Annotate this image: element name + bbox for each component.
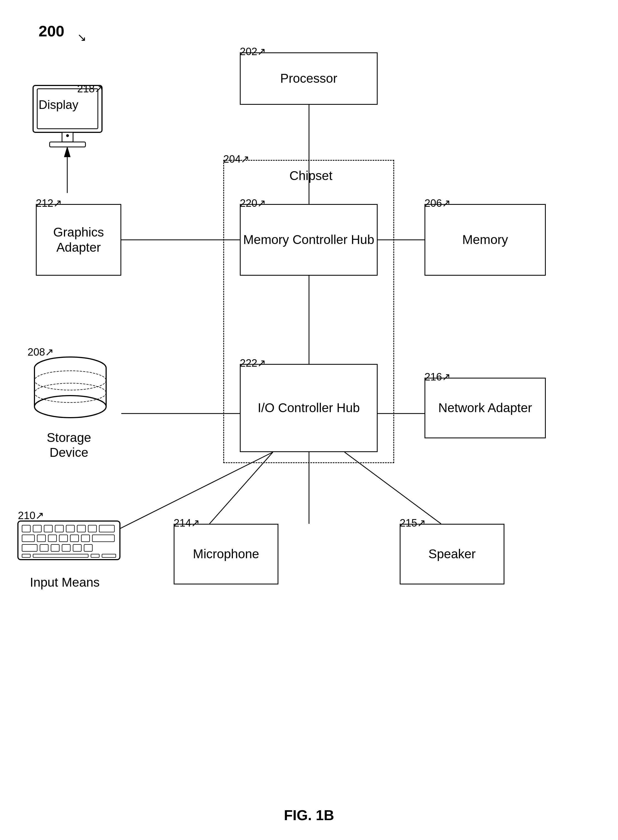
svg-rect-31 — [88, 525, 97, 532]
network-adapter-box: Network Adapter — [425, 378, 546, 438]
svg-rect-29 — [66, 525, 74, 532]
storage-device-label: StorageDevice — [26, 430, 111, 460]
memory-box: Memory — [425, 204, 546, 276]
memory-ref: 206↗ — [425, 197, 451, 209]
display-ref: 218↗ — [77, 83, 103, 95]
graphics-adapter-label: Graphics Adapter — [37, 224, 120, 255]
svg-rect-27 — [44, 525, 52, 532]
graphics-adapter-box: Graphics Adapter — [36, 204, 121, 276]
input-means-label: Input Means — [26, 575, 103, 590]
svg-rect-26 — [33, 525, 42, 532]
svg-rect-14 — [62, 132, 73, 142]
keyboard-icon — [16, 516, 121, 571]
svg-rect-48 — [91, 554, 99, 558]
memory-controller-hub-label: Memory Controller Hub — [243, 232, 374, 247]
svg-rect-28 — [55, 525, 63, 532]
svg-rect-15 — [50, 142, 85, 147]
svg-rect-44 — [73, 544, 81, 552]
svg-rect-47 — [33, 554, 88, 558]
memory-label: Memory — [462, 232, 508, 247]
processor-ref: 202↗ — [240, 46, 266, 58]
svg-rect-49 — [102, 554, 116, 558]
diagram-number-arrow: ↘ — [77, 31, 86, 43]
diagram-container: 200 ↘ Processor 202↗ 204↗ Chipset Memory… — [0, 0, 618, 840]
microphone-ref: 214↗ — [174, 517, 200, 529]
svg-rect-33 — [22, 535, 34, 542]
svg-rect-32 — [99, 525, 114, 532]
memory-controller-hub-box: Memory Controller Hub — [240, 204, 377, 276]
svg-rect-39 — [92, 535, 114, 542]
figure-label: FIG. 1B — [284, 807, 334, 824]
svg-point-16 — [66, 134, 69, 137]
chipset-ref: 204↗ — [223, 153, 250, 165]
svg-point-21 — [34, 395, 106, 418]
svg-rect-45 — [84, 544, 92, 552]
microphone-label: Microphone — [193, 546, 259, 562]
svg-rect-30 — [77, 525, 85, 532]
input-means-ref: 210↗ — [18, 510, 44, 522]
svg-rect-43 — [62, 544, 70, 552]
network-adapter-label: Network Adapter — [438, 400, 532, 415]
diagram-number: 200 — [39, 22, 64, 40]
microphone-box: Microphone — [174, 524, 278, 584]
svg-rect-38 — [81, 535, 89, 542]
svg-rect-42 — [51, 544, 59, 552]
svg-rect-36 — [59, 535, 68, 542]
chipset-label: Chipset — [290, 168, 333, 183]
speaker-ref: 215↗ — [400, 517, 426, 529]
speaker-box: Speaker — [400, 524, 504, 584]
graphics-adapter-ref: 212↗ — [36, 197, 62, 209]
svg-rect-41 — [40, 544, 48, 552]
storage-device-ref: 208↗ — [28, 346, 54, 358]
io-controller-hub-box: I/O Controller Hub — [240, 364, 377, 452]
display-label-text: Display — [39, 98, 72, 112]
svg-rect-40 — [22, 544, 37, 552]
svg-rect-25 — [22, 525, 30, 532]
svg-rect-46 — [22, 554, 30, 558]
svg-rect-34 — [37, 535, 46, 542]
storage-device-icon — [28, 353, 113, 425]
mch-ref: 220↗ — [240, 197, 266, 209]
svg-rect-35 — [48, 535, 56, 542]
processor-box: Processor — [240, 52, 377, 105]
svg-rect-37 — [70, 535, 79, 542]
network-adapter-ref: 216↗ — [425, 371, 451, 383]
processor-label: Processor — [280, 71, 337, 86]
io-controller-hub-label: I/O Controller Hub — [258, 400, 360, 415]
speaker-label: Speaker — [428, 546, 475, 562]
ioch-ref: 222↗ — [240, 357, 266, 369]
